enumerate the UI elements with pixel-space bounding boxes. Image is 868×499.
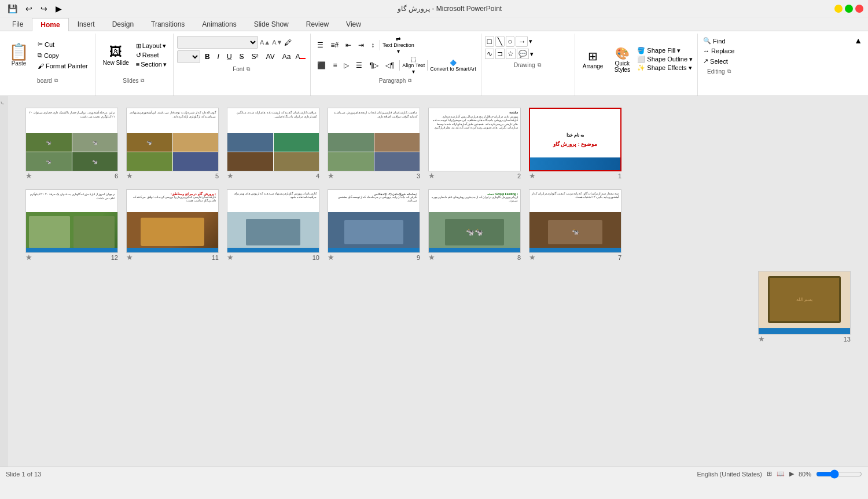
arrange-button[interactable]: ⊞ Arrange (579, 34, 608, 85)
editing-expander[interactable]: ⧉ (727, 68, 731, 75)
present-button[interactable]: ▶ (53, 2, 65, 15)
cut-button[interactable]: ✂ Cut (35, 39, 90, 49)
slide-9-star[interactable]: ★ (328, 253, 334, 262)
slide-7-star[interactable]: ★ (529, 253, 536, 262)
redo-button[interactable]: ↪ (38, 2, 50, 15)
tab-slideshow[interactable]: Slide Show (245, 17, 297, 31)
shape-circle-button[interactable]: ○ (506, 36, 515, 47)
shape-conn-button[interactable]: ⊐ (495, 49, 505, 59)
drawing-more-button[interactable]: ▾ (530, 50, 534, 58)
undo-button[interactable]: ↩ (23, 2, 35, 15)
select-button[interactable]: ↗ Select (701, 57, 736, 65)
slide-1-star[interactable]: ★ (529, 171, 536, 180)
save-button[interactable]: 💾 (5, 2, 20, 15)
tab-view[interactable]: View (337, 17, 370, 31)
justify-button[interactable]: ☰ (353, 59, 365, 72)
shape-arrow-button[interactable]: → (516, 36, 528, 47)
slide-12-star[interactable]: ★ (25, 253, 32, 262)
view-normal-button[interactable]: ⊞ (767, 470, 772, 478)
reset-button[interactable]: ↺ Reset (134, 51, 168, 60)
increase-indent-button[interactable]: ⇥ (355, 39, 367, 52)
slide-4-star[interactable]: ★ (227, 171, 234, 180)
close-button[interactable] (855, 5, 863, 13)
slides-expander[interactable]: ⧉ (141, 78, 144, 84)
shape-line-button[interactable]: ╲ (495, 36, 505, 47)
shape-rect-button[interactable]: □ (485, 36, 494, 47)
slide-thumb-3[interactable]: ماهیت، کارشناسان فارسی‌زبانان انتخاب از … (328, 108, 420, 180)
slide-thumb-9[interactable]: • سامانه خوراک دادن (۲-۱): دهکامی نگرانی… (328, 189, 420, 262)
shape-outline-button[interactable]: ⬜ Shape Outline ▾ (637, 56, 693, 63)
slide-5-star[interactable]: ★ (126, 171, 133, 180)
shadow-button[interactable]: S² (249, 50, 262, 63)
format-painter-button[interactable]: 🖌 Format Painter (35, 61, 90, 71)
shape-callout-button[interactable]: 💬 (517, 49, 529, 59)
slide-thumb-13[interactable]: بسم الله ★ 13 (758, 271, 851, 343)
slide-thumb-4[interactable]: مراقبت کارشناسان گفتند که از پشت داده ها… (227, 108, 319, 180)
slide-10-star[interactable]: ★ (227, 253, 234, 262)
slide-8-star[interactable]: ★ (428, 253, 435, 262)
slide-thumb-2[interactable]: مقدمه پرورش دادن در ایران حداقل از پنج ه… (428, 108, 521, 180)
font-name-select[interactable] (177, 36, 258, 49)
numbered-list-button[interactable]: ≡# (328, 39, 341, 52)
rtl-button[interactable]: ¶▷ (366, 59, 381, 72)
slide-thumb-5[interactable]: گوساله دارد که از شیره پک به توجه فاز می… (126, 108, 219, 180)
line-spacing-button[interactable]: ↕ (368, 39, 377, 52)
slide-11-star[interactable]: ★ (126, 253, 133, 262)
bold-button[interactable]: B (202, 50, 213, 63)
ribbon-collapse-button[interactable]: ▲ (852, 34, 865, 47)
section-button[interactable]: ≡ Section ▾ (134, 60, 168, 69)
ltr-button[interactable]: ◁¶ (382, 59, 397, 72)
find-button[interactable]: 🔍 Find (701, 34, 736, 45)
align-right-button[interactable]: ▷ (341, 59, 352, 72)
strikethrough-button[interactable]: S (237, 50, 247, 63)
new-slide-button[interactable]: 🖼 New Slide (99, 34, 133, 76)
char-spacing-button[interactable]: AV (263, 50, 278, 63)
tab-design[interactable]: Design (104, 17, 142, 31)
clear-format-button[interactable]: 🖉 (284, 38, 292, 47)
replace-button[interactable]: ↔ Replace (701, 47, 736, 55)
slide-thumb-12[interactable]: در جهان امروز از ادارۀ مزرعه گاوداری به … (25, 189, 118, 262)
align-text-button[interactable]: ⬚ Align Text ▾ (402, 56, 425, 75)
tab-animations[interactable]: Animations (193, 17, 245, 31)
font-color-button[interactable]: A (295, 53, 306, 61)
view-slide-show-button[interactable]: ▶ (789, 470, 794, 478)
slide-thumb-10[interactable]: کارشناسان پرورش گاوداری پیشنهاد می دهند … (227, 189, 319, 262)
italic-button[interactable]: I (215, 50, 222, 63)
slide-thumb-6[interactable]: در این مرحله آبشخوری، درپایی از حصار با … (25, 108, 118, 180)
decrease-indent-button[interactable]: ⇤ (343, 39, 354, 52)
text-direction-button[interactable]: ⇄ Text Direction ▾ (382, 36, 414, 54)
shape-effects-button[interactable]: ✨ Shape Effects ▾ (637, 64, 693, 72)
shrink-font-button[interactable]: A▼ (272, 39, 282, 46)
maximize-button[interactable] (845, 5, 853, 13)
align-left-button[interactable]: ⬛ (314, 59, 329, 72)
slide-2-star[interactable]: ★ (428, 171, 435, 180)
align-center-button[interactable]: ≡ (330, 59, 340, 72)
shape-fill-button[interactable]: 🪣 Shape Fill ▾ (637, 47, 693, 54)
slide-13-star[interactable]: ★ (758, 335, 765, 343)
zoom-slider[interactable] (816, 469, 862, 479)
tab-home[interactable]: Home (32, 18, 68, 31)
grow-font-button[interactable]: A▲ (260, 39, 270, 46)
bullet-list-button[interactable]: ☰ (314, 39, 326, 52)
shape-curve-button[interactable]: ∿ (485, 49, 494, 59)
paragraph-expander[interactable]: ⧉ (408, 78, 411, 84)
slide-3-star[interactable]: ★ (328, 171, 334, 180)
drawing-expander[interactable]: ⧉ (538, 62, 541, 68)
slide-thumb-7[interactable]: سه مقدار شما از ترکیبات گاو، که را به تر… (529, 189, 621, 262)
font-size-select[interactable] (177, 50, 200, 63)
underline-button[interactable]: U (224, 50, 235, 63)
convert-smartart-button[interactable]: 🔷 Convert to SmartArt (430, 60, 476, 72)
slide-thumb-8[interactable]: • Group Feeding: دسته ارزیابی پرورش گاود… (428, 189, 521, 262)
slide-6-star[interactable]: ★ (25, 171, 32, 180)
tab-transitions[interactable]: Transitions (142, 17, 193, 31)
shapes-more-button[interactable]: ▾ (529, 38, 532, 45)
case-button[interactable]: Aa (279, 50, 294, 63)
slide-thumb-1[interactable]: به نام خدا موضوع : پرورش گاو ★ 1 (529, 108, 621, 180)
font-expander[interactable]: ⧉ (247, 66, 250, 72)
minimize-button[interactable] (834, 5, 843, 13)
clipboard-expander[interactable]: ⧉ (54, 78, 58, 84)
view-reading-button[interactable]: 📖 (777, 470, 785, 478)
shape-star-button[interactable]: ☆ (506, 49, 516, 59)
tab-review[interactable]: Review (297, 17, 337, 31)
tab-file[interactable]: File (3, 17, 32, 31)
